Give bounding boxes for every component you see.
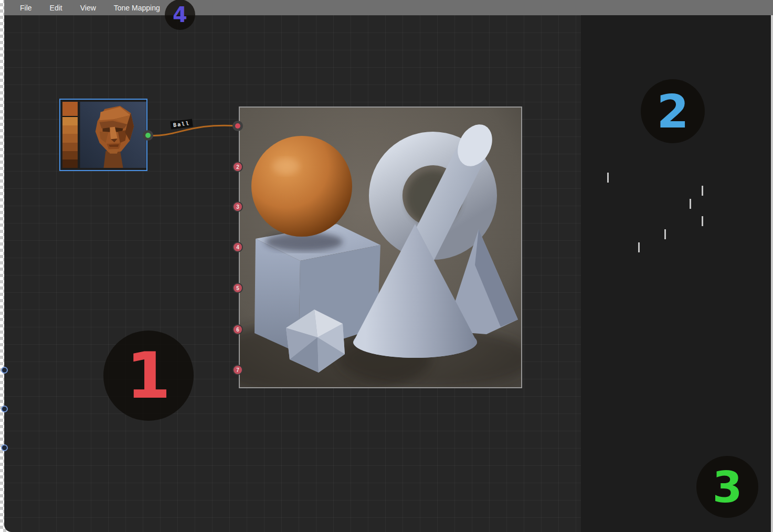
asaro-head-thumbnail (80, 102, 146, 168)
menu-edit[interactable]: Edit (50, 4, 62, 12)
menu-view[interactable]: View (80, 4, 96, 12)
h-slider-handle[interactable] (607, 173, 609, 183)
menu-bar: File Edit View Tone Mapping (4, 0, 773, 15)
offscreen-node-port[interactable] (1, 367, 8, 374)
s-slider-handle[interactable] (702, 186, 703, 196)
offscreen-node-port[interactable] (1, 406, 8, 412)
r-slider-handle[interactable] (702, 216, 703, 226)
preview-render (240, 108, 521, 387)
panel-scrollbar[interactable] (771, 15, 773, 532)
menu-tone-mapping[interactable]: Tone Mapping (114, 4, 160, 12)
input-port[interactable]: 4 (232, 242, 243, 252)
output-port[interactable] (143, 130, 153, 141)
input-port[interactable]: 3 (232, 201, 243, 212)
menu-file[interactable]: File (20, 4, 32, 12)
properties-panel (581, 15, 773, 532)
input-port-connected[interactable] (232, 121, 243, 131)
b-slider-handle[interactable] (638, 242, 640, 252)
input-port[interactable]: 7 (232, 365, 243, 375)
offscreen-node-port[interactable] (1, 444, 8, 451)
preview-node[interactable] (239, 107, 522, 388)
input-port[interactable]: 2 (232, 162, 243, 172)
v-slider-handle[interactable] (690, 199, 691, 209)
input-port[interactable]: 6 (232, 324, 243, 335)
app-window: File Edit View Tone Mapping Ball (0, 0, 773, 532)
node-palette-strip (62, 102, 78, 168)
g-slider-handle[interactable] (664, 229, 666, 239)
input-port[interactable]: 5 (232, 283, 243, 293)
material-node[interactable] (59, 99, 147, 171)
